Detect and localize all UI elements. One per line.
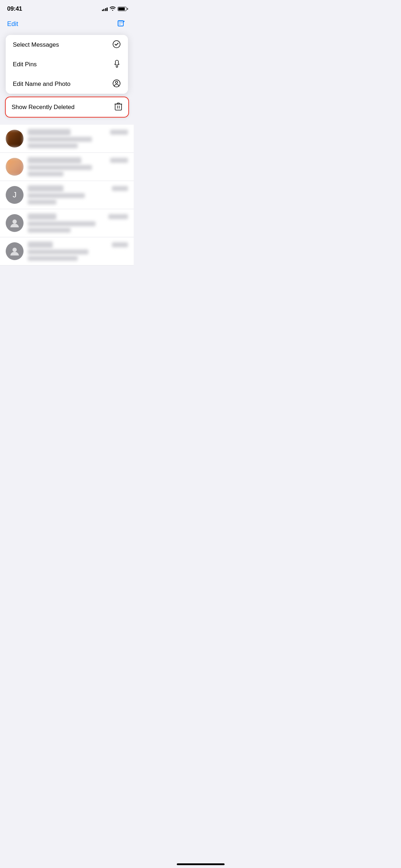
select-messages-item[interactable]: Select Messages: [6, 35, 128, 55]
person-silhouette-icon: [9, 218, 20, 228]
svg-point-1: [113, 41, 120, 48]
nav-bar: Edit: [0, 16, 134, 33]
edit-name-photo-item[interactable]: Edit Name and Photo: [6, 74, 128, 94]
message-content: [28, 185, 128, 205]
content-area: Select Messages Edit Pins Edit Name: [0, 33, 134, 265]
message-preview-2: [28, 200, 56, 205]
avatar: [6, 158, 24, 176]
message-date: [110, 130, 128, 135]
person-circle-icon: [112, 79, 121, 89]
person-silhouette-icon: [9, 246, 20, 257]
message-preview: [28, 193, 85, 198]
svg-point-3: [115, 81, 118, 83]
message-date: [112, 186, 128, 191]
edit-button[interactable]: Edit: [7, 20, 18, 28]
avatar: [6, 130, 24, 148]
select-messages-label: Select Messages: [13, 41, 59, 48]
message-preview-2: [28, 228, 71, 233]
contact-name: [28, 213, 56, 220]
show-deleted-container: Show Recently Deleted: [0, 97, 134, 118]
edit-pins-item[interactable]: Edit Pins: [6, 55, 128, 74]
status-bar: 09:41: [0, 0, 134, 16]
battery-icon: [118, 7, 127, 11]
svg-point-5: [12, 219, 17, 224]
message-item[interactable]: [0, 125, 134, 153]
show-recently-deleted-item[interactable]: Show Recently Deleted: [5, 97, 129, 118]
message-content: [28, 129, 128, 148]
status-icons: [102, 6, 127, 12]
message-preview: [28, 165, 92, 170]
message-preview-2: [28, 256, 78, 261]
menu-card: Select Messages Edit Pins Edit Name: [6, 35, 128, 94]
svg-rect-4: [115, 104, 122, 110]
message-date: [110, 158, 128, 163]
contact-name: [28, 185, 63, 192]
checkmark-circle-icon: [112, 40, 121, 50]
message-list: J: [0, 125, 134, 265]
message-item[interactable]: [0, 153, 134, 181]
wifi-icon: [110, 6, 115, 12]
contact-name: [28, 157, 81, 164]
message-content: [28, 213, 128, 233]
avatar: [6, 214, 24, 232]
edit-pins-label: Edit Pins: [13, 61, 37, 68]
show-recently-deleted-label: Show Recently Deleted: [12, 104, 75, 111]
compose-button[interactable]: [116, 19, 127, 29]
spacer: [0, 265, 134, 294]
pin-icon: [113, 60, 121, 69]
message-preview-2: [28, 171, 63, 176]
signal-bars-icon: [102, 7, 108, 11]
message-date: [108, 214, 128, 219]
message-preview: [28, 221, 96, 226]
message-content: [28, 157, 128, 176]
message-date: [112, 242, 128, 247]
dropdown-menu: Select Messages Edit Pins Edit Name: [0, 33, 134, 119]
message-item[interactable]: [0, 209, 134, 237]
message-preview-2: [28, 143, 78, 148]
message-preview: [28, 137, 92, 142]
svg-point-6: [12, 248, 17, 252]
status-time: 09:41: [7, 5, 22, 12]
message-item[interactable]: [0, 237, 134, 265]
contact-name: [28, 242, 53, 248]
avatar: J: [6, 186, 24, 204]
contact-name: [28, 129, 71, 135]
message-content: [28, 242, 128, 261]
avatar-initial: J: [6, 186, 24, 204]
avatar: [6, 242, 24, 260]
trash-icon: [114, 102, 122, 112]
message-item[interactable]: J: [0, 181, 134, 209]
edit-name-photo-label: Edit Name and Photo: [13, 81, 71, 88]
message-preview: [28, 249, 88, 254]
